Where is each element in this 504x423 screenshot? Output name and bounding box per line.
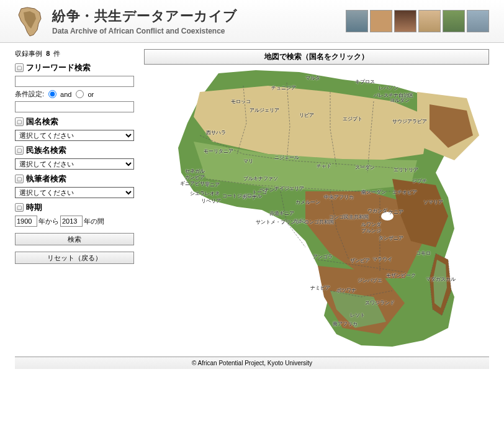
country-select[interactable]: 選択してください — [15, 130, 134, 141]
africa-logo-icon — [15, 5, 45, 37]
author-select[interactable]: 選択してください — [15, 187, 134, 198]
map-title: 地図で検索（国名をクリック） — [144, 49, 489, 65]
freeword-title: フリーワード検索 — [26, 62, 91, 73]
thumb-image[interactable] — [370, 10, 392, 32]
count-value: 8 — [46, 50, 50, 57]
map-panel: 地図で検索（国名をクリック） — [144, 49, 489, 353]
year-from-input[interactable] — [15, 216, 37, 227]
search-button[interactable]: 検索 — [15, 233, 134, 245]
svg-point-1 — [381, 212, 394, 221]
count-label: 収録事例 — [15, 50, 42, 57]
expand-button[interactable]: ▢ — [15, 146, 24, 155]
cond-and-radio[interactable] — [48, 90, 56, 98]
footer-text: © African Potential Project, Kyoto Unive… — [192, 360, 312, 366]
thumb-image[interactable] — [443, 10, 465, 32]
header: 紛争・共生データアーカイブ Data Archive of African Co… — [0, 0, 504, 43]
period-title: 時期 — [26, 202, 42, 213]
thumb-image[interactable] — [467, 10, 489, 32]
reset-button[interactable]: リセット（戻る） — [15, 252, 134, 264]
period-mid-label: 年から — [38, 217, 59, 226]
period-suffix-label: 年の間 — [84, 217, 104, 226]
freeword-input[interactable] — [15, 76, 134, 87]
condition-input[interactable] — [15, 101, 134, 112]
thumb-image[interactable] — [346, 10, 368, 32]
title-block: 紛争・共生データアーカイブ Data Archive of African Co… — [52, 7, 346, 35]
author-title: 執筆者検索 — [26, 173, 66, 184]
search-sidebar: 収録事例 8 件 ▢ フリーワード検索 条件設定: and or ▢ 国名検索 … — [15, 49, 134, 353]
year-to-input[interactable] — [60, 216, 83, 227]
condition-label: 条件設定: — [15, 89, 44, 99]
expand-button[interactable]: ▢ — [15, 175, 24, 183]
period-row: 年から 年の間 — [15, 216, 134, 227]
footer: © African Potential Project, Kyoto Unive… — [15, 357, 489, 369]
cond-or-label: or — [88, 91, 94, 98]
condition-row: 条件設定: and or — [15, 89, 134, 99]
cond-or-radio[interactable] — [76, 90, 84, 98]
record-count: 収録事例 8 件 — [15, 49, 134, 58]
map-svg — [144, 67, 487, 353]
header-thumbnails — [346, 10, 489, 32]
ethnic-select[interactable]: 選択してください — [15, 158, 134, 170]
cond-and-label: and — [60, 91, 71, 98]
count-unit: 件 — [53, 50, 60, 57]
site-title-jp: 紛争・共生データアーカイブ — [52, 7, 346, 25]
expand-button[interactable]: ▢ — [15, 117, 24, 126]
africa-map[interactable]: モロッコチュニジアマルタキプロスレバノンパレスチナ自治区ヨルダンアルジェリアリビ… — [144, 67, 487, 353]
thumb-image[interactable] — [394, 10, 416, 32]
expand-button[interactable]: ▢ — [15, 203, 24, 212]
ethnic-title: 民族名検索 — [26, 145, 66, 156]
thumb-image[interactable] — [418, 10, 441, 32]
expand-button[interactable]: ▢ — [15, 63, 24, 72]
country-title: 国名検索 — [26, 116, 58, 127]
site-title-en: Data Archive of African Conflict and Coe… — [52, 27, 346, 35]
